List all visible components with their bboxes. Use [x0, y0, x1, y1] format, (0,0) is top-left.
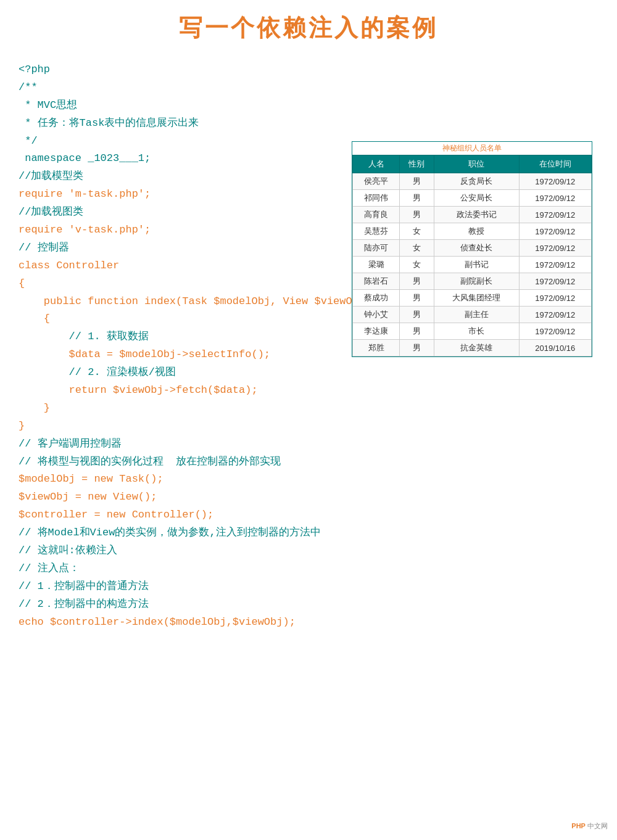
code-line: // 将模型与视图的实例化过程 放在控制器的外部实现 [19, 453, 598, 471]
code-line: // 1．控制器中的普通方法 [19, 578, 598, 596]
table-cell: 女 [400, 257, 434, 273]
data-table: 人名性别职位在位时间 侯亮平男反贪局长1972/09/12祁同伟男公安局长197… [352, 155, 592, 356]
table-cell: 男 [400, 307, 434, 323]
table-cell: 女 [400, 223, 434, 240]
table-header: 职位 [434, 155, 519, 173]
code-line: // 将Model和View的类实例，做为参数,注入到控制器的方法中 [19, 524, 598, 542]
code-section: 神秘组织人员名单 人名性别职位在位时间 侯亮平男反贪局长1972/09/12祁同… [19, 61, 598, 632]
table-header: 人名 [353, 155, 400, 173]
table-cell: 侯亮平 [353, 173, 400, 190]
table-cell: 副书记 [434, 257, 519, 273]
table-cell: 教授 [434, 223, 519, 240]
table-cell: 反贪局长 [434, 173, 519, 190]
table-cell: 大风集团经理 [434, 290, 519, 307]
page-title: 写一个依赖注入的案例 [19, 12, 598, 44]
code-line: // 客户端调用控制器 [19, 435, 598, 453]
table-cell: 男 [400, 173, 434, 190]
table-cell: 男 [400, 190, 434, 207]
table-row: 祁同伟男公安局长1972/09/12 [353, 190, 592, 207]
code-line: /** [19, 79, 598, 97]
table-row: 梁璐女副书记1972/09/12 [353, 257, 592, 273]
code-line: * 任务：将Task表中的信息展示出来 [19, 115, 598, 133]
code-line: } [19, 400, 598, 418]
table-row: 高育良男政法委书记1972/09/12 [353, 207, 592, 223]
table-cell: 郑胜 [353, 340, 400, 356]
table-overlay: 神秘组织人员名单 人名性别职位在位时间 侯亮平男反贪局长1972/09/12祁同… [352, 141, 592, 357]
site-name: 中文网 [587, 822, 608, 830]
table-cell: 1972/09/12 [519, 207, 591, 223]
table-cell: 男 [400, 290, 434, 307]
code-line: $modelObj = new Task(); [19, 471, 598, 488]
bottom-logo: PHP 中文网 [571, 821, 608, 831]
code-line: // 注入点： [19, 560, 598, 578]
table-cell: 1972/09/12 [519, 223, 591, 240]
code-line: $controller = new Controller(); [19, 506, 598, 524]
table-header: 在位时间 [519, 155, 591, 173]
table-cell: 陆亦可 [353, 240, 400, 257]
code-line: <?php [19, 61, 598, 79]
table-cell: 1972/09/12 [519, 190, 591, 207]
table-cell: 男 [400, 207, 434, 223]
table-cell: 副院副长 [434, 273, 519, 290]
table-row: 钟小艾男副主任1972/09/12 [353, 307, 592, 323]
table-cell: 女 [400, 240, 434, 257]
code-line: // 这就叫:依赖注入 [19, 542, 598, 560]
table-cell: 1972/09/12 [519, 257, 591, 273]
table-cell: 市长 [434, 323, 519, 340]
code-line: * MVC思想 [19, 97, 598, 115]
table-cell: 钟小艾 [353, 307, 400, 323]
table-cell: 男 [400, 273, 434, 290]
table-cell: 梁璐 [353, 257, 400, 273]
table-row: 蔡成功男大风集团经理1972/09/12 [353, 290, 592, 307]
table-row: 侯亮平男反贪局长1972/09/12 [353, 173, 592, 190]
table-row: 陈岩石男副院副长1972/09/12 [353, 273, 592, 290]
code-line: } [19, 418, 598, 435]
code-line: // 2. 渲染模板/视图 [19, 364, 598, 382]
table-cell: 李达康 [353, 323, 400, 340]
table-cell: 1972/09/12 [519, 307, 591, 323]
code-line: return $viewObj->fetch($data); [19, 382, 598, 400]
table-cell: 蔡成功 [353, 290, 400, 307]
table-cell: 2019/10/16 [519, 340, 591, 356]
table-cell: 男 [400, 323, 434, 340]
code-line: $viewObj = new View(); [19, 488, 598, 506]
table-cell: 1972/09/12 [519, 173, 591, 190]
table-cell: 1972/09/12 [519, 240, 591, 257]
table-header: 性别 [400, 155, 434, 173]
table-cell: 祁同伟 [353, 190, 400, 207]
table-row: 陆亦可女侦查处长1972/09/12 [353, 240, 592, 257]
code-line: // 2．控制器中的构造方法 [19, 596, 598, 614]
table-cell: 1972/09/12 [519, 290, 591, 307]
table-cell: 男 [400, 340, 434, 356]
table-row: 李达康男市长1972/09/12 [353, 323, 592, 340]
table-cell: 副主任 [434, 307, 519, 323]
table-row: 郑胜男抗金英雄2019/10/16 [353, 340, 592, 356]
table-cell: 高育良 [353, 207, 400, 223]
table-cell: 抗金英雄 [434, 340, 519, 356]
table-cell: 1972/09/12 [519, 323, 591, 340]
table-cell: 陈岩石 [353, 273, 400, 290]
table-cell: 1972/09/12 [519, 273, 591, 290]
code-line: echo $controller->index($modelObj,$viewO… [19, 614, 598, 632]
table-title: 神秘组织人员名单 [352, 142, 592, 155]
php-logo-text: PHP [571, 822, 586, 830]
table-cell: 政法委书记 [434, 207, 519, 223]
table-cell: 公安局长 [434, 190, 519, 207]
table-cell: 吴慧芬 [353, 223, 400, 240]
table-row: 吴慧芬女教授1972/09/12 [353, 223, 592, 240]
table-cell: 侦查处长 [434, 240, 519, 257]
